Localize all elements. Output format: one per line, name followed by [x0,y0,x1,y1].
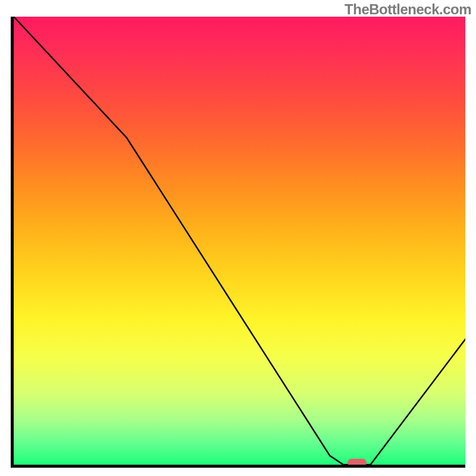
optimum-marker [347,459,367,466]
bottleneck-curve-path [14,17,465,465]
watermark-text: TheBottleneck.com [345,1,471,18]
chart-container: TheBottleneck.com [0,0,476,476]
bottleneck-curve-svg [14,17,465,465]
plot-area [11,17,465,468]
